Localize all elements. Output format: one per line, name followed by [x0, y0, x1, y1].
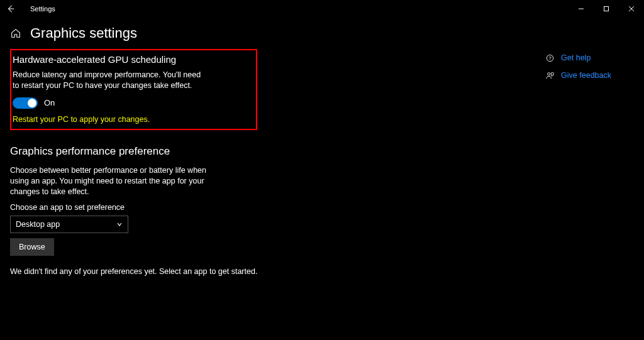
- home-button[interactable]: [10, 28, 21, 39]
- home-icon: [10, 28, 21, 39]
- get-help-link[interactable]: ? Get help: [545, 53, 611, 63]
- side-column: ? Get help Give feedback: [545, 53, 611, 276]
- window-controls: [569, 0, 644, 18]
- browse-label: Browse: [19, 243, 45, 251]
- gpu-toggle-label: On: [44, 98, 55, 107]
- gpu-section-desc: Reduce latency and improve performance. …: [13, 70, 208, 91]
- gpu-section-title: Hardware-accelerated GPU scheduling: [13, 54, 250, 65]
- content: Hardware-accelerated GPU scheduling Redu…: [0, 47, 644, 276]
- perf-section-desc: Choose between better performance or bat…: [10, 165, 224, 197]
- close-icon: [628, 6, 635, 12]
- close-button[interactable]: [619, 0, 644, 18]
- empty-preferences-message: We didn't find any of your preferences y…: [10, 267, 257, 276]
- page-header: Graphics settings: [0, 18, 644, 47]
- maximize-button[interactable]: [594, 0, 619, 18]
- titlebar: Settings: [0, 0, 644, 18]
- chevron-down-icon: [116, 221, 123, 228]
- gpu-toggle[interactable]: [13, 97, 38, 109]
- perf-pref-section: Graphics performance preference Choose b…: [10, 145, 257, 277]
- browse-button[interactable]: Browse: [10, 238, 54, 256]
- feedback-icon: [545, 70, 555, 80]
- give-feedback-label: Give feedback: [561, 71, 611, 80]
- app-title: Settings: [30, 5, 55, 13]
- minimize-button[interactable]: [569, 0, 594, 18]
- svg-rect-0: [604, 7, 609, 11]
- get-help-label: Get help: [561, 53, 591, 62]
- app-select-label: Choose an app to set preference: [10, 203, 257, 212]
- arrow-left-icon: [6, 4, 15, 13]
- combobox-value: Desktop app: [16, 220, 60, 229]
- back-button[interactable]: [5, 3, 16, 14]
- maximize-icon: [603, 6, 609, 12]
- help-icon: ?: [545, 53, 555, 63]
- svg-text:?: ?: [548, 55, 551, 61]
- app-type-combobox[interactable]: Desktop app: [10, 216, 128, 233]
- svg-point-3: [547, 72, 550, 75]
- gpu-toggle-row: On: [13, 97, 250, 109]
- give-feedback-link[interactable]: Give feedback: [545, 70, 611, 80]
- page-title: Graphics settings: [30, 25, 137, 41]
- restart-warning: Restart your PC to apply your changes.: [13, 115, 250, 124]
- gpu-scheduling-section: Hardware-accelerated GPU scheduling Redu…: [10, 49, 257, 130]
- perf-section-title: Graphics performance preference: [10, 145, 257, 158]
- titlebar-left: Settings: [5, 3, 55, 14]
- minimize-icon: [578, 6, 584, 12]
- main-column: Hardware-accelerated GPU scheduling Redu…: [10, 47, 257, 276]
